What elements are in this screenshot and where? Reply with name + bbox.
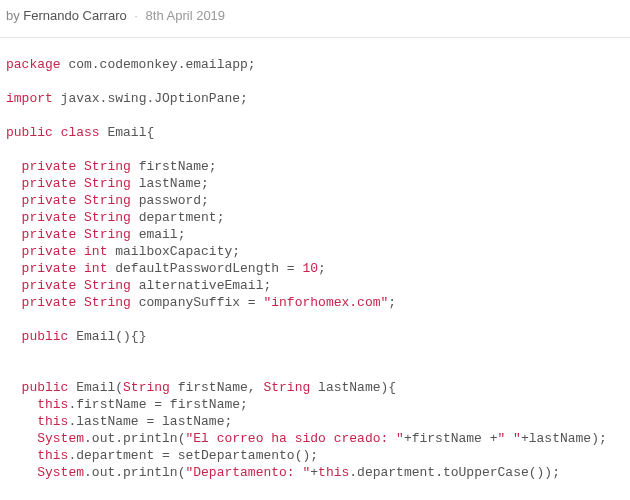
post-meta: by Fernando Carraro · 8th April 2019 (0, 0, 630, 38)
code-text: Email( (68, 380, 123, 395)
code-text: lastName; (131, 176, 209, 191)
code-text: +lastName); (521, 431, 607, 446)
code-text: ; (388, 295, 396, 310)
by-label: by (6, 8, 20, 23)
type-int: int (84, 244, 107, 259)
keyword-this: this (37, 414, 68, 429)
code-text: defaultPasswordLength = (107, 261, 302, 276)
keyword-public: public (6, 125, 53, 140)
code-text: .firstName = firstName; (68, 397, 247, 412)
type-string: String (263, 380, 310, 395)
code-text: alternativeEmail; (131, 278, 271, 293)
type-string: String (84, 227, 131, 242)
string-literal: "El correo ha sido creado: " (185, 431, 403, 446)
string-literal: "inforhomex.com" (263, 295, 388, 310)
keyword-this: this (37, 397, 68, 412)
code-text: ; (318, 261, 326, 276)
separator-dot: · (134, 8, 138, 23)
code-text: .out.println( (84, 465, 185, 480)
keyword-private: private (22, 193, 77, 208)
code-text: +firstName + (404, 431, 498, 446)
string-literal: " " (498, 431, 521, 446)
keyword-import: import (6, 91, 53, 106)
type-string: String (123, 380, 170, 395)
keyword-private: private (22, 244, 77, 259)
type-string: String (84, 295, 131, 310)
code-text: email; (131, 227, 186, 242)
type-int: int (84, 261, 107, 276)
code-text: + (310, 465, 318, 480)
code-text: com.codemonkey.emailapp; (61, 57, 256, 72)
code-text: mailboxCapacity; (107, 244, 240, 259)
type-string: String (84, 193, 131, 208)
system-class: System (37, 465, 84, 480)
keyword-package: package (6, 57, 61, 72)
code-text: firstName; (131, 159, 217, 174)
code-text: Email{ (100, 125, 155, 140)
code-text: .out.println( (84, 431, 185, 446)
code-text: companySuffix = (131, 295, 264, 310)
code-text: lastName){ (310, 380, 396, 395)
keyword-this: this (37, 448, 68, 463)
code-text: javax.swing.JOptionPane; (53, 91, 248, 106)
code-text: .lastName = lastName; (68, 414, 232, 429)
keyword-public: public (22, 380, 69, 395)
keyword-private: private (22, 227, 77, 242)
type-string: String (84, 278, 131, 293)
post-date: 8th April 2019 (146, 8, 226, 23)
keyword-private: private (22, 295, 77, 310)
code-text: firstName, (170, 380, 264, 395)
code-block: package com.codemonkey.emailapp; import … (0, 38, 630, 487)
system-class: System (37, 431, 84, 446)
code-text: Email(){} (68, 329, 146, 344)
keyword-this: this (318, 465, 349, 480)
keyword-private: private (22, 278, 77, 293)
type-string: String (84, 210, 131, 225)
code-text: .department.toUpperCase()); (349, 465, 560, 480)
code-text: password; (131, 193, 209, 208)
string-literal: "Departamento: " (185, 465, 310, 480)
type-string: String (84, 176, 131, 191)
number-literal: 10 (302, 261, 318, 276)
keyword-private: private (22, 210, 77, 225)
keyword-public: public (22, 329, 69, 344)
author-name[interactable]: Fernando Carraro (23, 8, 126, 23)
code-text: department; (131, 210, 225, 225)
keyword-class: class (61, 125, 100, 140)
type-string: String (84, 159, 131, 174)
keyword-private: private (22, 159, 77, 174)
code-text: .department = setDepartamento(); (68, 448, 318, 463)
keyword-private: private (22, 176, 77, 191)
keyword-private: private (22, 261, 77, 276)
